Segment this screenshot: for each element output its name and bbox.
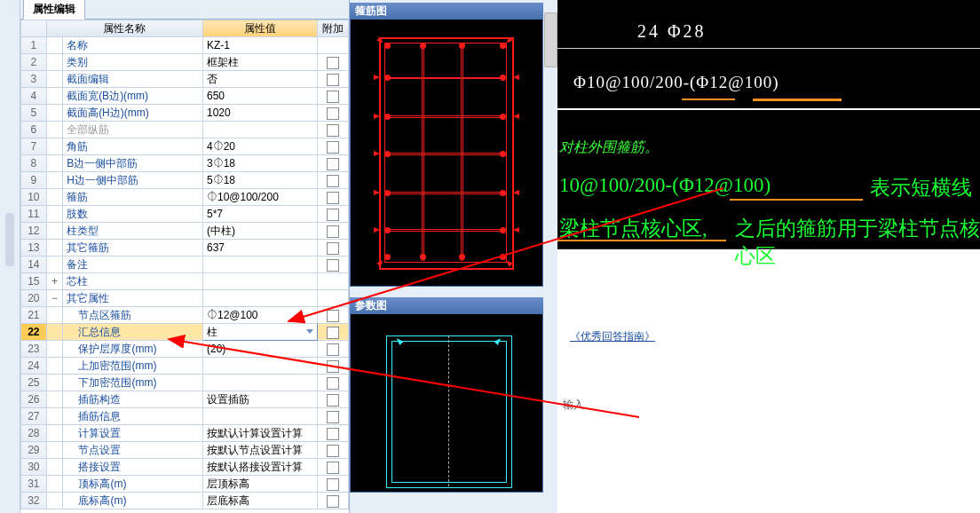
table-row[interactable]: 23 保护层厚度(mm)(20) — [21, 341, 349, 358]
preview-scrollbar[interactable] — [544, 0, 557, 513]
table-row[interactable]: 9H边一侧中部筋5⏀18 — [21, 172, 349, 189]
property-value[interactable]: 否 — [202, 71, 317, 88]
table-row[interactable]: 15+芯柱 — [21, 273, 349, 290]
property-value[interactable]: ⏀10@100/200 — [202, 189, 317, 206]
checkbox[interactable] — [327, 74, 339, 86]
checkbox[interactable] — [327, 462, 339, 474]
property-value[interactable] — [202, 122, 317, 138]
add-cell[interactable] — [318, 71, 349, 88]
checkbox[interactable] — [327, 377, 339, 390]
add-cell[interactable] — [318, 341, 349, 358]
checkbox[interactable] — [327, 478, 339, 491]
table-row[interactable]: 7角筋4⏀20 — [21, 138, 349, 155]
property-name[interactable]: 全部纵筋 — [63, 122, 203, 138]
property-value[interactable]: 1020 — [202, 105, 317, 122]
add-cell[interactable] — [318, 459, 349, 476]
property-name[interactable]: 柱类型 — [63, 223, 203, 240]
add-cell[interactable] — [318, 122, 349, 138]
property-value[interactable] — [202, 375, 317, 391]
property-name[interactable]: 上加密范围(mm) — [63, 358, 203, 375]
property-value[interactable]: ⏀12@100 — [202, 307, 317, 324]
add-cell[interactable] — [318, 54, 349, 71]
table-row[interactable]: 22 汇总信息柱 — [21, 324, 349, 341]
checkbox[interactable] — [327, 327, 339, 339]
checkbox[interactable] — [327, 428, 339, 440]
table-row[interactable]: 14备注 — [21, 256, 349, 273]
property-name[interactable]: 截面高(H边)(mm) — [63, 105, 203, 122]
dropdown-icon[interactable] — [306, 329, 313, 334]
add-cell[interactable] — [318, 493, 349, 509]
property-value[interactable]: 650 — [202, 88, 317, 105]
property-value[interactable]: 4⏀20 — [202, 138, 317, 155]
property-name[interactable]: 底标高(m) — [63, 493, 203, 509]
property-value[interactable]: 637 — [202, 240, 317, 256]
table-row[interactable]: 8B边一侧中部筋3⏀18 — [21, 155, 349, 172]
checkbox[interactable] — [327, 175, 339, 187]
property-value[interactable]: KZ-1 — [202, 37, 317, 54]
stirrup-drawing[interactable] — [350, 19, 543, 287]
property-name[interactable]: 箍筋 — [63, 189, 203, 206]
table-row[interactable]: 3截面编辑否 — [21, 71, 349, 88]
property-value[interactable]: 3⏀18 — [202, 155, 317, 172]
table-row[interactable]: 24 上加密范围(mm) — [21, 358, 349, 375]
property-name[interactable]: 其它箍筋 — [63, 240, 203, 256]
property-name[interactable]: B边一侧中部筋 — [63, 155, 203, 172]
property-name[interactable]: 截面宽(B边)(mm) — [63, 88, 203, 105]
table-row[interactable]: 20−其它属性 — [21, 290, 349, 307]
checkbox[interactable] — [327, 192, 339, 204]
property-name[interactable]: 顶标高(m) — [63, 476, 203, 493]
add-cell[interactable] — [318, 273, 349, 290]
add-cell[interactable] — [318, 442, 349, 459]
checkbox[interactable] — [327, 259, 339, 272]
property-name[interactable]: 汇总信息 — [63, 324, 203, 341]
checkbox[interactable] — [327, 360, 339, 373]
property-name[interactable]: 搭接设置 — [63, 459, 203, 476]
property-value[interactable]: 按默认搭接设置计算 — [202, 459, 317, 476]
table-row[interactable]: 28 计算设置按默认计算设置计算 — [21, 425, 349, 442]
property-name[interactable]: 插筋信息 — [63, 408, 203, 425]
add-cell[interactable] — [318, 155, 349, 172]
checkbox[interactable] — [327, 225, 339, 238]
property-name[interactable]: 类别 — [63, 54, 203, 71]
checkbox[interactable] — [327, 107, 339, 120]
header-value[interactable]: 属性值 — [202, 20, 317, 37]
checkbox[interactable] — [327, 209, 339, 221]
add-cell[interactable] — [318, 223, 349, 240]
add-cell[interactable] — [318, 358, 349, 375]
property-name[interactable]: 下加密范围(mm) — [63, 375, 203, 391]
add-cell[interactable] — [318, 105, 349, 122]
add-cell[interactable] — [318, 88, 349, 105]
table-row[interactable]: 29 节点设置按默认节点设置计算 — [21, 442, 349, 459]
add-cell[interactable] — [318, 189, 349, 206]
property-value[interactable] — [202, 273, 317, 290]
property-name[interactable]: H边一侧中部筋 — [63, 172, 203, 189]
property-value[interactable] — [202, 290, 317, 307]
checkbox[interactable] — [327, 495, 339, 508]
table-row[interactable]: 10箍筋⏀10@100/200 — [21, 189, 349, 206]
add-cell[interactable] — [318, 240, 349, 256]
property-name[interactable]: 角筋 — [63, 138, 203, 155]
property-name[interactable]: 其它属性 — [63, 290, 203, 307]
property-value[interactable]: 层顶标高 — [202, 476, 317, 493]
add-cell[interactable] — [318, 391, 349, 408]
table-row[interactable]: 31 顶标高(m)层顶标高 — [21, 476, 349, 493]
cad-view[interactable]: 24 Φ28 Φ10@100/200-(Φ12@100) 对柱外围箍筋。 10@… — [557, 0, 980, 249]
guide-link[interactable]: 《优秀回答指南》 — [570, 329, 980, 344]
table-row[interactable]: 25 下加密范围(mm) — [21, 375, 349, 391]
table-row[interactable]: 4截面宽(B边)(mm)650 — [21, 88, 349, 105]
checkbox[interactable] — [327, 411, 339, 423]
checkbox[interactable] — [327, 445, 339, 457]
property-name[interactable]: 节点区箍筋 — [63, 307, 203, 324]
property-value[interactable] — [202, 408, 317, 425]
table-row[interactable]: 21 节点区箍筋⏀12@100 — [21, 307, 349, 324]
table-row[interactable]: 26 插筋构造设置插筋 — [21, 391, 349, 408]
table-row[interactable]: 11肢数5*7 — [21, 206, 349, 223]
property-value[interactable]: 柱 — [202, 324, 317, 341]
property-value[interactable]: 5*7 — [202, 206, 317, 223]
table-row[interactable]: 32 底标高(m)层底标高 — [21, 493, 349, 509]
property-name[interactable]: 保护层厚度(mm) — [63, 341, 203, 358]
property-name[interactable]: 名称 — [63, 37, 203, 54]
property-name[interactable]: 肢数 — [63, 206, 203, 223]
checkbox[interactable] — [327, 310, 339, 322]
property-name[interactable]: 备注 — [63, 256, 203, 273]
